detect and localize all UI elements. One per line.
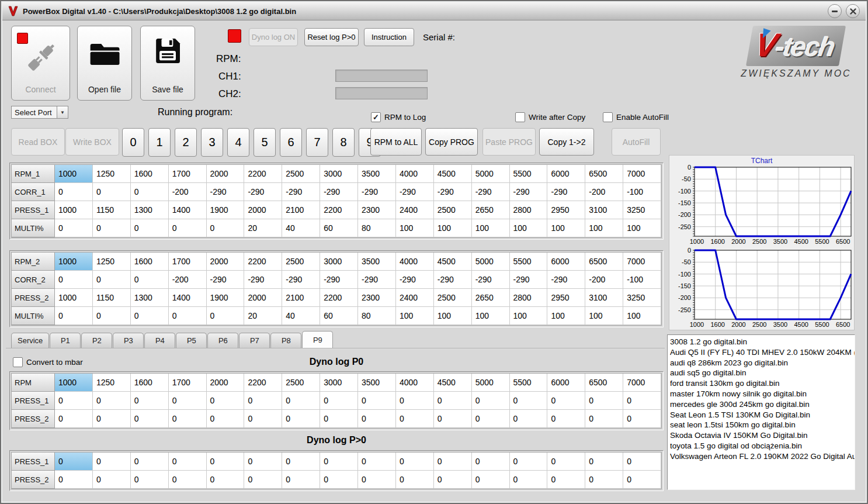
table-cell[interactable]: 3000 <box>320 165 358 183</box>
table-cell[interactable]: 0 <box>320 453 358 471</box>
table-cell[interactable]: -290 <box>472 271 510 289</box>
table-cell[interactable]: 0 <box>358 471 396 489</box>
paste-prog-button[interactable]: Paste PROG <box>482 128 536 156</box>
table-cell[interactable]: 60 <box>320 219 358 237</box>
digit-2-button[interactable]: 2 <box>175 128 197 157</box>
table-cell[interactable]: 0 <box>93 471 131 489</box>
table-cell[interactable]: 100 <box>547 219 585 237</box>
table-cell[interactable]: 0 <box>131 271 169 289</box>
table-cell[interactable]: -290 <box>434 271 472 289</box>
table-cell[interactable]: -290 <box>320 183 358 201</box>
table-cell[interactable]: 2000 <box>207 165 245 183</box>
read-box-button[interactable]: Read BOX <box>11 128 65 156</box>
table-cell[interactable]: 0 <box>207 307 245 325</box>
digit-5-button[interactable]: 5 <box>254 128 276 157</box>
table-cell[interactable]: 7000 <box>623 165 661 183</box>
table-cell[interactable]: 0 <box>472 471 510 489</box>
table-cell[interactable]: 40 <box>282 307 320 325</box>
table-cell[interactable]: 0 <box>244 471 282 489</box>
table-cell[interactable]: 0 <box>510 410 548 428</box>
table-cell[interactable]: 0 <box>55 453 93 471</box>
tab-p8[interactable]: P8 <box>270 333 301 348</box>
table-cell[interactable]: 1000 <box>55 289 93 307</box>
digit-0-button[interactable]: 0 <box>122 128 144 157</box>
table-cell[interactable]: 0 <box>93 271 131 289</box>
digit-1-button[interactable]: 1 <box>148 128 171 157</box>
table-cell[interactable]: 1250 <box>93 165 131 183</box>
table-cell[interactable]: 4000 <box>396 374 434 392</box>
table-cell[interactable]: 6500 <box>585 253 623 271</box>
digit-4-button[interactable]: 4 <box>227 128 249 157</box>
table-cell[interactable]: 1700 <box>169 374 207 392</box>
table-cell[interactable]: 5000 <box>472 165 510 183</box>
table-cell[interactable]: -290 <box>244 271 282 289</box>
table-cell[interactable]: 0 <box>93 219 131 237</box>
digit-3-button[interactable]: 3 <box>201 128 223 157</box>
table-cell[interactable]: 2300 <box>358 289 396 307</box>
table-cell[interactable]: 1250 <box>93 374 131 392</box>
table-cell[interactable]: 100 <box>623 307 661 325</box>
table-cell[interactable]: 2500 <box>282 165 320 183</box>
table-cell[interactable]: 2500 <box>282 253 320 271</box>
reset-log-button[interactable]: Reset log P>0 <box>304 28 359 46</box>
table-cell[interactable]: 1600 <box>131 374 169 392</box>
table-cell[interactable]: 0 <box>358 392 396 410</box>
table-cell[interactable]: 4000 <box>396 165 434 183</box>
table-cell[interactable]: 0 <box>244 410 282 428</box>
table-cell[interactable]: 2200 <box>244 253 282 271</box>
tab-p4[interactable]: P4 <box>144 333 175 348</box>
table-cell[interactable]: 0 <box>131 392 169 410</box>
file-list-item[interactable]: Volkswagen Arteon FL 2.0 190KM 2022 Go D… <box>670 451 855 462</box>
table-cell[interactable]: 0 <box>55 471 93 489</box>
file-list-item[interactable]: Seat Leon 1.5 TSI 130KM Go Digital.bin <box>670 410 855 420</box>
table-cell[interactable]: 2950 <box>547 289 585 307</box>
table-cell[interactable]: 2650 <box>472 289 510 307</box>
table-cell[interactable]: 7000 <box>623 253 661 271</box>
table-cell[interactable]: 2800 <box>510 289 548 307</box>
table-cell[interactable]: 2200 <box>320 201 358 219</box>
table-cell[interactable]: 0 <box>282 410 320 428</box>
table-cell[interactable]: 5000 <box>472 374 510 392</box>
table-cell[interactable]: 0 <box>169 453 207 471</box>
table-cell[interactable]: 3100 <box>585 289 623 307</box>
file-list-item[interactable]: master 170km nowy silnik go digital.bin <box>670 389 855 399</box>
table-cell[interactable]: 0 <box>623 471 661 489</box>
table-cell[interactable]: -290 <box>358 271 396 289</box>
table-cell[interactable]: 0 <box>55 410 93 428</box>
table-cell[interactable]: 0 <box>320 392 358 410</box>
table-cell[interactable]: 0 <box>131 471 169 489</box>
table-cell[interactable]: 1000 <box>55 165 93 183</box>
table-cell[interactable]: 0 <box>169 471 207 489</box>
autofill-button[interactable]: AutoFill <box>612 128 661 156</box>
instruction-button[interactable]: Instruction <box>364 28 414 46</box>
table-cell[interactable]: 0 <box>585 392 623 410</box>
table-cell[interactable]: 0 <box>93 392 131 410</box>
table-cell[interactable]: 100 <box>472 219 510 237</box>
table-cell[interactable]: 0 <box>55 307 93 325</box>
table-cell[interactable]: 0 <box>169 392 207 410</box>
table-cell[interactable]: 1150 <box>93 289 131 307</box>
table-cell[interactable]: 3250 <box>623 289 661 307</box>
table-cell[interactable]: 100 <box>623 219 661 237</box>
table-cell[interactable]: 100 <box>547 307 585 325</box>
dyno-log-on-button[interactable]: Dyno log ON <box>249 28 298 46</box>
file-list-item[interactable]: Audi Q5 II (FY FL) 40 TDI MHEV 2.0 150kW… <box>670 347 855 358</box>
table-cell[interactable]: 6000 <box>547 253 585 271</box>
rpm-to-log-checkbox[interactable]: ✓ RPM to Log <box>371 112 426 122</box>
table-cell[interactable]: -290 <box>547 271 585 289</box>
table-cell[interactable]: 1000 <box>55 374 93 392</box>
table-cell[interactable]: -200 <box>169 271 207 289</box>
table-cell[interactable]: 0 <box>396 410 434 428</box>
table-cell[interactable]: 100 <box>434 219 472 237</box>
tab-p1[interactable]: P1 <box>50 333 81 348</box>
table-cell[interactable]: 1300 <box>131 289 169 307</box>
table-cell[interactable]: 0 <box>93 307 131 325</box>
table-cell[interactable]: 0 <box>547 392 585 410</box>
file-list-item[interactable]: ford transit 130km go digital.bin <box>670 378 855 389</box>
table-cell[interactable]: 0 <box>358 453 396 471</box>
table-cell[interactable]: 2000 <box>207 374 245 392</box>
table-cell[interactable]: 0 <box>472 392 510 410</box>
connect-button[interactable]: Connect <box>11 26 70 101</box>
table-cell[interactable]: 20 <box>244 307 282 325</box>
table-cell[interactable]: 2100 <box>282 289 320 307</box>
